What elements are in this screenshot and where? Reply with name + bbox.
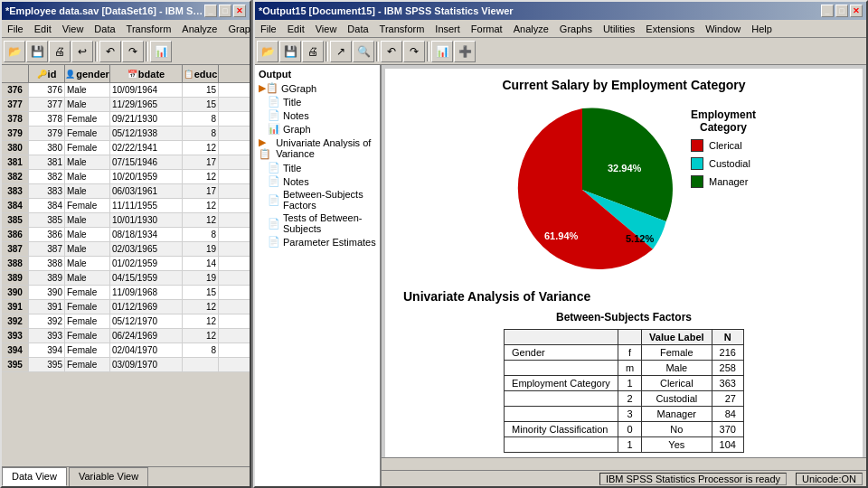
ov-minimize-button[interactable]: _ [821, 5, 834, 17]
table-row[interactable]: 381 381 Male 07/15/1946 17 [2, 155, 250, 170]
ov-add-btn[interactable]: ➕ [454, 41, 476, 62]
table-row[interactable]: 379 379 Female 05/12/1938 8 [2, 127, 250, 141]
menu-edit[interactable]: Edit [29, 22, 57, 36]
ov-menu-data[interactable]: Data [342, 22, 373, 36]
bdate-cell: 06/24/1969 [110, 329, 183, 343]
ov-menu-help[interactable]: Help [746, 22, 778, 36]
undo-btn[interactable]: ↶ [99, 41, 121, 62]
table-row[interactable]: 388 388 Male 01/02/1959 14 [2, 257, 250, 271]
menu-analyze[interactable]: Analyze [176, 22, 222, 36]
legend-custodial-label: Custodial [709, 158, 750, 169]
ov-open-btn[interactable]: 📂 [257, 41, 278, 62]
print-btn[interactable]: 🖨 [49, 41, 71, 62]
ov-chart-btn[interactable]: 📊 [431, 41, 453, 62]
menu-transform[interactable]: Transform [121, 22, 177, 36]
table-row[interactable]: 377 377 Male 11/29/1965 15 [2, 98, 250, 112]
tree-item[interactable]: 📄Title [259, 95, 376, 108]
label-cell: Manager [642, 407, 712, 422]
ov-menu-utilities[interactable]: Utilities [598, 22, 640, 36]
table-row[interactable]: 387 387 Male 02/03/1965 19 [2, 242, 250, 257]
tree-item[interactable]: ▶📋Univariate Analysis of Variance [259, 136, 376, 161]
educ-cell: 19 [183, 271, 219, 285]
id-cell: 387 [29, 242, 65, 256]
table-row[interactable]: 383 383 Male 06/03/1961 17 [2, 184, 250, 199]
chart-title: Current Salary by Employment Category [502, 78, 745, 92]
ov-menu-insert[interactable]: Insert [429, 22, 466, 36]
ov-print-btn[interactable]: 🖨 [302, 41, 324, 62]
table-row[interactable]: 389 389 Male 04/15/1959 19 [2, 271, 250, 286]
educ-cell: 15 [183, 98, 219, 111]
data-grid-area: 🔑 id 👤 gender 📅 bdate 📋 educ [2, 65, 250, 466]
redo-btn[interactable]: ↷ [122, 41, 144, 62]
tree-item[interactable]: 📄Notes [259, 108, 376, 122]
bdate-col-icon: 📅 [127, 70, 137, 79]
table-row[interactable]: 386 386 Male 08/18/1934 8 [2, 228, 250, 242]
minimize-button[interactable]: _ [204, 5, 217, 17]
table-row[interactable]: 384 384 Female 11/11/1955 12 [2, 199, 250, 213]
tree-item[interactable]: ▶📋GGraph [259, 81, 376, 95]
table-row[interactable]: 378 378 Female 09/21/1930 8 [2, 112, 250, 127]
output-scroll-area[interactable]: Current Salary by Employment Category [382, 65, 866, 457]
menu-data[interactable]: Data [89, 22, 120, 36]
variable-view-tab[interactable]: Variable View [69, 467, 148, 486]
bdate-col-header[interactable]: 📅 bdate [110, 65, 183, 82]
ov-menu-view[interactable]: View [310, 22, 343, 36]
table-row[interactable]: 395 395 Female 03/09/1970 [2, 358, 250, 372]
menu-graphs[interactable]: Grap [222, 22, 255, 36]
id-col-header[interactable]: 🔑 id [29, 65, 65, 82]
data-editor-toolbar: 📂 💾 🖨 ↩ ↶ ↷ 📊 [2, 38, 250, 65]
maximize-button[interactable]: □ [219, 5, 231, 17]
ov-menu-format[interactable]: Format [466, 22, 508, 36]
tree-item[interactable]: 📄Notes [259, 174, 376, 188]
data-view-tab[interactable]: Data View [2, 467, 67, 486]
menu-file[interactable]: File [2, 22, 29, 36]
menu-view[interactable]: View [57, 22, 90, 36]
tree-item[interactable]: 📄Between-Subjects Factors [259, 188, 376, 211]
educ-cell: 17 [183, 184, 219, 198]
ov-save-btn[interactable]: 💾 [279, 41, 301, 62]
educ-col-header[interactable]: 📋 educ [183, 65, 219, 82]
ov-redo-btn[interactable]: ↷ [403, 41, 425, 62]
table-row[interactable]: 390 390 Female 11/09/1968 15 [2, 286, 250, 300]
ov-menu-graphs[interactable]: Graphs [554, 22, 598, 36]
educ-cell: 15 [183, 286, 219, 299]
bdate-cell: 09/21/1930 [110, 112, 183, 126]
tree-item[interactable]: 📊Graph [259, 122, 376, 136]
row-number-cell: 389 [2, 271, 29, 285]
table-row[interactable]: 382 382 Male 10/20/1959 12 [2, 170, 250, 184]
ov-undo-btn[interactable]: ↶ [381, 41, 402, 62]
ov-toolbar-sep3 [427, 42, 429, 61]
table-row[interactable]: 394 394 Female 02/04/1970 8 [2, 343, 250, 358]
output-viewer-title: *Output15 [Document15] - IBM SPSS Statis… [259, 5, 514, 16]
recall-btn[interactable]: ↩ [71, 41, 93, 62]
horizontal-scrollbar[interactable] [382, 457, 866, 470]
tree-item[interactable]: 📄Tests of Between-Subjects [259, 211, 376, 235]
ov-maximize-button[interactable]: □ [835, 5, 848, 17]
save-btn[interactable]: 💾 [26, 41, 48, 62]
ov-menu-edit[interactable]: Edit [282, 22, 310, 36]
table-row[interactable]: 392 392 Female 05/12/1970 12 [2, 314, 250, 329]
ov-menu-extensions[interactable]: Extensions [640, 22, 700, 36]
tree-item[interactable]: 📄Title [259, 161, 376, 174]
ov-export-btn[interactable]: ↗ [330, 41, 352, 62]
table-row[interactable]: 385 385 Male 10/01/1930 12 [2, 213, 250, 228]
table-row[interactable]: 380 380 Female 02/22/1941 12 [2, 141, 250, 155]
open-btn[interactable]: 📂 [4, 41, 25, 62]
ov-menu-window[interactable]: Window [700, 22, 746, 36]
table-row[interactable]: 376 376 Male 10/09/1964 15 [2, 83, 250, 98]
ov-menu-transform[interactable]: Transform [374, 22, 430, 36]
ov-menu-file[interactable]: File [255, 22, 282, 36]
educ-cell: 12 [183, 329, 219, 343]
ov-zoom-btn[interactable]: 🔍 [353, 41, 374, 62]
anova-table-row: 1 Yes 104 [505, 437, 744, 453]
table-row[interactable]: 391 391 Female 01/12/1969 12 [2, 300, 250, 314]
data-editor-window-controls: _ □ ✕ [204, 5, 246, 17]
table-row[interactable]: 393 393 Female 06/24/1969 12 [2, 329, 250, 343]
ov-menu-analyze[interactable]: Analyze [508, 22, 554, 36]
ov-close-button[interactable]: ✕ [850, 5, 863, 17]
chart-btn[interactable]: 📊 [150, 41, 172, 62]
close-button[interactable]: ✕ [233, 5, 246, 17]
gender-col-header[interactable]: 👤 gender [65, 65, 110, 82]
gender-cell: Male [65, 184, 110, 198]
tree-item[interactable]: 📄Parameter Estimates [259, 235, 376, 249]
